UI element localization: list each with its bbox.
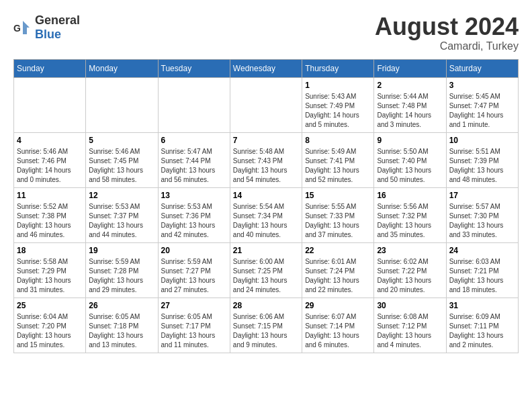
day-info: Sunrise: 5:48 AM Sunset: 7:43 PM Dayligh…: [233, 147, 299, 185]
day-number: 7: [233, 136, 299, 145]
calendar-cell: 6Sunrise: 5:47 AM Sunset: 7:44 PM Daylig…: [158, 132, 230, 187]
week-row-1: 1Sunrise: 5:43 AM Sunset: 7:49 PM Daylig…: [14, 77, 519, 132]
day-info: Sunrise: 5:58 AM Sunset: 7:29 PM Dayligh…: [17, 257, 83, 295]
calendar-cell: 10Sunrise: 5:51 AM Sunset: 7:39 PM Dayli…: [446, 132, 518, 187]
day-number: 8: [305, 136, 371, 145]
logo-icon: G: [13, 18, 32, 37]
day-info: Sunrise: 5:59 AM Sunset: 7:28 PM Dayligh…: [89, 257, 154, 295]
day-number: 25: [17, 301, 83, 310]
logo-general: General: [35, 13, 80, 27]
day-number: 18: [17, 246, 83, 255]
day-number: 11: [17, 191, 83, 200]
location-title: Camardi, Turkey: [375, 40, 519, 52]
day-number: 13: [161, 191, 227, 200]
day-info: Sunrise: 5:57 AM Sunset: 7:30 PM Dayligh…: [449, 202, 515, 240]
calendar-cell: 12Sunrise: 5:53 AM Sunset: 7:37 PM Dayli…: [86, 187, 158, 242]
day-number: 16: [377, 191, 443, 200]
day-number: 29: [305, 301, 371, 310]
column-header-thursday: Thursday: [302, 59, 374, 77]
calendar-cell: 28Sunrise: 6:06 AM Sunset: 7:15 PM Dayli…: [230, 298, 302, 353]
day-info: Sunrise: 5:46 AM Sunset: 7:45 PM Dayligh…: [89, 147, 154, 185]
column-header-friday: Friday: [374, 59, 446, 77]
day-number: 21: [233, 246, 299, 255]
day-number: 9: [377, 136, 443, 145]
calendar-cell: 26Sunrise: 6:05 AM Sunset: 7:18 PM Dayli…: [86, 298, 158, 353]
calendar-cell: 29Sunrise: 6:07 AM Sunset: 7:14 PM Dayli…: [302, 298, 374, 353]
week-row-4: 18Sunrise: 5:58 AM Sunset: 7:29 PM Dayli…: [14, 242, 519, 298]
day-info: Sunrise: 6:03 AM Sunset: 7:21 PM Dayligh…: [449, 257, 515, 295]
calendar-cell: 9Sunrise: 5:50 AM Sunset: 7:40 PM Daylig…: [374, 132, 446, 187]
day-number: 3: [449, 81, 515, 90]
calendar-cell: 1Sunrise: 5:43 AM Sunset: 7:49 PM Daylig…: [302, 77, 374, 132]
calendar-cell: [230, 77, 302, 132]
day-info: Sunrise: 6:05 AM Sunset: 7:17 PM Dayligh…: [161, 312, 227, 350]
calendar-cell: 27Sunrise: 6:05 AM Sunset: 7:17 PM Dayli…: [158, 298, 230, 353]
day-info: Sunrise: 6:09 AM Sunset: 7:11 PM Dayligh…: [449, 312, 515, 350]
calendar-cell: [14, 77, 86, 132]
logo-blue: Blue: [35, 28, 61, 41]
calendar-cell: 13Sunrise: 5:53 AM Sunset: 7:36 PM Dayli…: [158, 187, 230, 242]
day-number: 31: [449, 301, 515, 310]
day-info: Sunrise: 5:43 AM Sunset: 7:49 PM Dayligh…: [305, 92, 371, 130]
day-info: Sunrise: 6:00 AM Sunset: 7:25 PM Dayligh…: [233, 257, 299, 295]
calendar-cell: 24Sunrise: 6:03 AM Sunset: 7:21 PM Dayli…: [446, 242, 518, 298]
day-info: Sunrise: 5:52 AM Sunset: 7:38 PM Dayligh…: [17, 202, 83, 240]
calendar-cell: 7Sunrise: 5:48 AM Sunset: 7:43 PM Daylig…: [230, 132, 302, 187]
day-number: 23: [377, 246, 443, 255]
calendar-cell: 22Sunrise: 6:01 AM Sunset: 7:24 PM Dayli…: [302, 242, 374, 298]
calendar-cell: 16Sunrise: 5:56 AM Sunset: 7:32 PM Dayli…: [374, 187, 446, 242]
calendar-cell: 19Sunrise: 5:59 AM Sunset: 7:28 PM Dayli…: [86, 242, 158, 298]
column-header-monday: Monday: [86, 59, 158, 77]
calendar-cell: 30Sunrise: 6:08 AM Sunset: 7:12 PM Dayli…: [374, 298, 446, 353]
title-block: August 2024 Camardi, Turkey: [375, 13, 519, 52]
day-number: 6: [161, 136, 227, 145]
column-header-saturday: Saturday: [446, 59, 518, 77]
column-header-wednesday: Wednesday: [230, 59, 302, 77]
day-info: Sunrise: 5:54 AM Sunset: 7:34 PM Dayligh…: [233, 202, 299, 240]
calendar-cell: 23Sunrise: 6:02 AM Sunset: 7:22 PM Dayli…: [374, 242, 446, 298]
calendar-cell: 15Sunrise: 5:55 AM Sunset: 7:33 PM Dayli…: [302, 187, 374, 242]
week-row-3: 11Sunrise: 5:52 AM Sunset: 7:38 PM Dayli…: [14, 187, 519, 242]
day-number: 27: [161, 301, 227, 310]
calendar-cell: 11Sunrise: 5:52 AM Sunset: 7:38 PM Dayli…: [14, 187, 86, 242]
day-info: Sunrise: 5:47 AM Sunset: 7:44 PM Dayligh…: [161, 147, 227, 185]
day-info: Sunrise: 6:02 AM Sunset: 7:22 PM Dayligh…: [377, 257, 443, 295]
calendar-cell: [158, 77, 230, 132]
day-info: Sunrise: 6:05 AM Sunset: 7:18 PM Dayligh…: [89, 312, 154, 350]
day-info: Sunrise: 6:08 AM Sunset: 7:12 PM Dayligh…: [377, 312, 443, 350]
day-info: Sunrise: 6:07 AM Sunset: 7:14 PM Dayligh…: [305, 312, 371, 350]
calendar-cell: 8Sunrise: 5:49 AM Sunset: 7:41 PM Daylig…: [302, 132, 374, 187]
calendar-cell: 18Sunrise: 5:58 AM Sunset: 7:29 PM Dayli…: [14, 242, 86, 298]
day-number: 1: [305, 81, 371, 90]
calendar-cell: [86, 77, 158, 132]
svg-text:G: G: [13, 23, 21, 34]
day-info: Sunrise: 5:50 AM Sunset: 7:40 PM Dayligh…: [377, 147, 443, 185]
day-number: 30: [377, 301, 443, 310]
page-header: G General Blue August 2024 Camardi, Turk…: [13, 13, 519, 52]
day-number: 26: [89, 301, 154, 310]
day-info: Sunrise: 5:45 AM Sunset: 7:47 PM Dayligh…: [449, 92, 515, 130]
day-number: 4: [17, 136, 83, 145]
day-number: 17: [449, 191, 515, 200]
day-number: 14: [233, 191, 299, 200]
calendar-header-row: SundayMondayTuesdayWednesdayThursdayFrid…: [14, 59, 519, 77]
day-number: 28: [233, 301, 299, 310]
day-info: Sunrise: 6:06 AM Sunset: 7:15 PM Dayligh…: [233, 312, 299, 350]
calendar-cell: 3Sunrise: 5:45 AM Sunset: 7:47 PM Daylig…: [446, 77, 518, 132]
day-info: Sunrise: 5:51 AM Sunset: 7:39 PM Dayligh…: [449, 147, 515, 185]
logo: G General Blue: [13, 13, 80, 42]
calendar-cell: 5Sunrise: 5:46 AM Sunset: 7:45 PM Daylig…: [86, 132, 158, 187]
day-info: Sunrise: 5:55 AM Sunset: 7:33 PM Dayligh…: [305, 202, 371, 240]
calendar-cell: 14Sunrise: 5:54 AM Sunset: 7:34 PM Dayli…: [230, 187, 302, 242]
calendar-cell: 31Sunrise: 6:09 AM Sunset: 7:11 PM Dayli…: [446, 298, 518, 353]
calendar-cell: 20Sunrise: 5:59 AM Sunset: 7:27 PM Dayli…: [158, 242, 230, 298]
day-number: 5: [89, 136, 154, 145]
calendar-table: SundayMondayTuesdayWednesdayThursdayFrid…: [13, 59, 519, 353]
day-number: 20: [161, 246, 227, 255]
month-year-title: August 2024: [375, 13, 519, 40]
day-info: Sunrise: 5:59 AM Sunset: 7:27 PM Dayligh…: [161, 257, 227, 295]
day-number: 15: [305, 191, 371, 200]
calendar-cell: 4Sunrise: 5:46 AM Sunset: 7:46 PM Daylig…: [14, 132, 86, 187]
day-info: Sunrise: 5:46 AM Sunset: 7:46 PM Dayligh…: [17, 147, 83, 185]
calendar-cell: 21Sunrise: 6:00 AM Sunset: 7:25 PM Dayli…: [230, 242, 302, 298]
